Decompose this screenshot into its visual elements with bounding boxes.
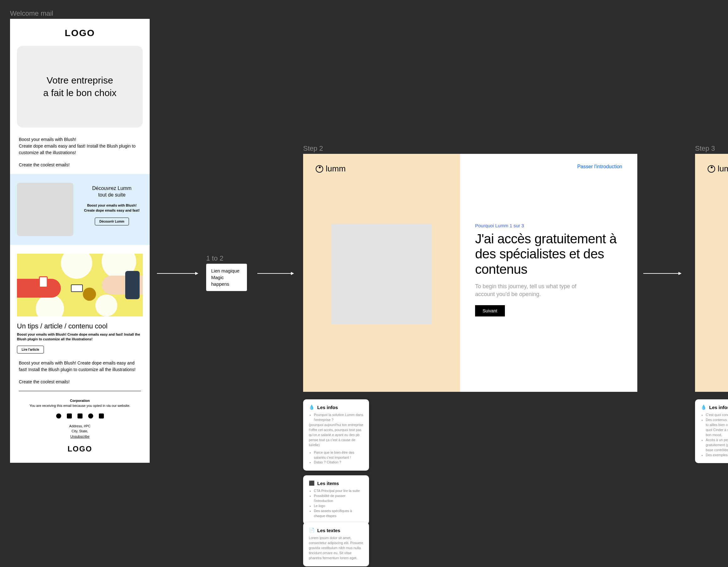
info-card-textes: 📄 Les textes Lorem ipsum dolor sit amet,…	[303, 522, 369, 566]
step2-left-panel: lumm	[303, 154, 460, 392]
step3-left-panel: lumm	[695, 154, 728, 392]
step3-frame: Step 3 lumm	[695, 144, 728, 392]
logo-bottom: LOGO	[10, 441, 150, 457]
lumm-icon	[316, 165, 323, 173]
transition-frame: 1 to 2 Lien magique Magic happens	[206, 254, 247, 291]
footer-corp: Corporation	[19, 398, 141, 404]
article-title: Un tips / article / contenu cool	[17, 322, 143, 330]
discover-subtitle: Boost your emails with Blush! Create dop…	[81, 203, 143, 213]
welcome-mail-frame: Welcome mail LOGO Votre entreprise a fai…	[10, 9, 150, 463]
step3-screen: lumm	[695, 154, 728, 392]
transition-node: Lien magique Magic happens	[206, 264, 247, 291]
footer-address: Address, #PC City, State, Unsubscribe	[10, 421, 150, 442]
step2-content: Pourquoi Lumm 1 sur 3 J'ai accès gratuit…	[475, 223, 622, 317]
lumm-logo: lumm	[316, 164, 447, 174]
arrow-icon	[157, 273, 198, 274]
step2-description: To begin this journey, tell us what type…	[475, 282, 585, 298]
card-list: Pourquoi la solution Lumm dans l'entrepr…	[309, 413, 363, 423]
hero-box: Votre entreprise a fait le bon choix	[17, 46, 143, 127]
unsubscribe-link[interactable]: Unsubscribe	[19, 434, 141, 439]
next-button[interactable]: Suivant	[475, 305, 505, 317]
frame-label: 1 to 2	[206, 254, 247, 262]
card-paragraph: Lorem ipsum dolor sit amet, consectetur …	[309, 536, 363, 561]
step2-frame: Step 2 lumm Passer l'introduction Pourqu…	[303, 144, 637, 392]
hero-text: Votre entreprise a fait le bon choix	[43, 74, 116, 99]
dribbble-icon[interactable]	[88, 414, 93, 419]
article-section: Un tips / article / contenu cool Boost y…	[10, 245, 150, 360]
card-subtext: (pourquoi aujourd'hui ton entreprise t'o…	[309, 423, 363, 448]
arrow-icon	[257, 273, 293, 274]
skip-intro-link[interactable]: Passer l'introduction	[475, 164, 622, 169]
footer-opt: You are receiving this email because you…	[19, 403, 141, 409]
drop-icon: 💧	[701, 404, 707, 410]
card-title: 📄 Les textes	[309, 527, 363, 533]
frame-label: Step 2	[303, 144, 637, 152]
twitter-icon[interactable]	[56, 414, 61, 419]
step2-heading: J'ai accès gratuitement à des spécialist…	[475, 231, 622, 277]
arrow-icon	[643, 273, 681, 274]
frame-label: Welcome mail	[10, 9, 150, 18]
social-links	[10, 411, 150, 421]
youtube-icon[interactable]	[78, 414, 83, 419]
discover-button[interactable]: Découvrir Lumm	[95, 217, 129, 225]
drop-icon: 💧	[309, 404, 315, 410]
read-article-button[interactable]: Lire l'article	[17, 346, 44, 354]
discover-title: Découvrez Lumm tout de suite	[81, 185, 143, 198]
card-title: 💧 Les infos	[701, 404, 728, 410]
divider	[19, 391, 141, 391]
lumm-icon	[708, 165, 715, 173]
card-list: Parce que le bien-être des salariés c'es…	[309, 450, 363, 465]
intro-text: Boost your emails with Blush! Create dop…	[19, 136, 141, 168]
step3-infos-clip: 💧 Les infos C'est quoi concrètement Lumm…	[695, 399, 728, 463]
linkedin-icon[interactable]	[99, 414, 104, 419]
image-placeholder	[331, 224, 432, 324]
document-icon: 📄	[309, 527, 315, 533]
toggle-icon: ⬛	[309, 480, 315, 486]
instagram-icon[interactable]	[67, 414, 72, 419]
frame-label: Step 3	[695, 144, 728, 152]
card-title: ⬛ Les items	[309, 480, 363, 486]
step2-screen: lumm Passer l'introduction Pourquoi Lumm…	[303, 154, 637, 392]
discover-image-placeholder	[17, 183, 73, 236]
logo-top: LOGO	[10, 25, 150, 43]
card-list: CTA Principal pour lire la suite Possibi…	[309, 489, 363, 519]
discover-section: Découvrez Lumm tout de suite Boost your …	[10, 174, 150, 245]
discover-content: Découvrez Lumm tout de suite Boost your …	[81, 183, 143, 225]
email-body: LOGO Votre entreprise a fait le bon choi…	[10, 19, 150, 463]
repeat-text: Boost your emails with Blush! Create dop…	[19, 360, 141, 385]
info-card-infos-step3: 💧 Les infos C'est quoi concrètement Lumm…	[695, 399, 728, 463]
card-title: 💧 Les infos	[309, 404, 363, 410]
step-counter: Pourquoi Lumm 1 sur 3	[475, 223, 622, 228]
card-list: C'est quoi concrètement Lumm Des contenu…	[701, 413, 728, 457]
info-card-infos: 💧 Les infos Pourquoi la solution Lumm da…	[303, 399, 369, 471]
article-illustration	[17, 254, 143, 317]
article-subtitle: Boost your emails with Blush! Create dop…	[17, 332, 143, 342]
step2-right-panel: Passer l'introduction Pourquoi Lumm 1 su…	[460, 154, 637, 392]
info-card-items: ⬛ Les items CTA Principal pour lire la s…	[303, 475, 369, 524]
lumm-logo: lumm	[708, 164, 728, 174]
footer: Corporation You are receiving this email…	[10, 396, 150, 411]
